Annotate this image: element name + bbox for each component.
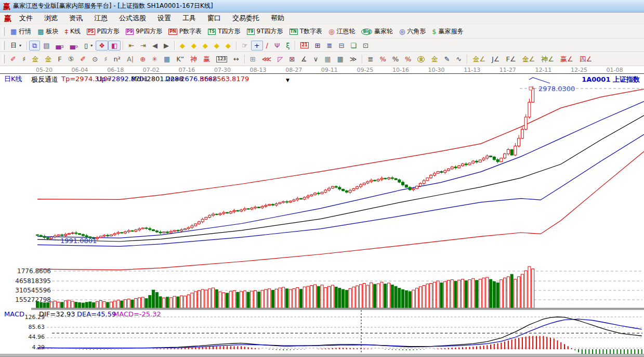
expand-marker-icon[interactable]: ▼: [286, 78, 290, 83]
parallel-lines-icon[interactable]: ≫: [347, 54, 360, 64]
sectors-button[interactable]: ▩板块: [34, 26, 61, 37]
grid-cells-icon[interactable]: ▦: [321, 54, 334, 64]
winner-wheel-button[interactable]: Big赢家轮: [358, 26, 396, 37]
p-number-button[interactable]: PNP数字表: [165, 26, 205, 37]
price-ladder-icon[interactable]: ≣: [364, 54, 376, 64]
a-line-icon[interactable]: A|: [124, 54, 137, 64]
t9-square-button[interactable]: T99T四方形: [244, 26, 286, 37]
info-list-icon[interactable]: ▤: [40, 41, 52, 50]
percent-levels-icon[interactable]: %: [402, 54, 414, 64]
menu-item-7[interactable]: 工具: [177, 12, 202, 24]
menu-item-3[interactable]: 资讯: [63, 12, 88, 24]
menu-item-9[interactable]: 交易委托: [227, 12, 265, 24]
gold-ladder2-icon[interactable]: 金: [42, 54, 55, 64]
gold-level-icon[interactable]: 金: [428, 54, 441, 64]
ying-angle-icon[interactable]: 赢∠: [557, 54, 576, 64]
percent-icon[interactable]: %: [389, 54, 402, 64]
red-knife-icon[interactable]: ✐: [77, 54, 89, 64]
ying-tool-icon[interactable]: 赢: [200, 54, 213, 64]
next-bar-icon[interactable]: ▶: [161, 41, 172, 50]
gold-angle-icon[interactable]: 金∠: [469, 54, 489, 64]
winner-service-button[interactable]: $赢家服务: [429, 26, 466, 37]
menu-item-4[interactable]: 江恩: [88, 12, 113, 24]
hand-drag-icon[interactable]: ☞: [239, 41, 251, 50]
prev-bar-icon[interactable]: ◀: [149, 41, 161, 50]
profile-chart-icon[interactable]: ◧: [108, 41, 121, 50]
h-measure-icon[interactable]: ↔: [230, 54, 242, 64]
minor3-cycle-icon[interactable]: ▄₃: [53, 41, 67, 50]
diamond-h-expand-icon[interactable]: ◆: [200, 41, 211, 50]
square-web-icon[interactable]: ▦: [161, 54, 173, 64]
percent-line-icon[interactable]: %: [376, 54, 389, 64]
quotes-button[interactable]: ▦行情: [7, 26, 34, 37]
toolbar-grip[interactable]: [2, 41, 5, 50]
shen-angle-icon[interactable]: 神∠: [538, 54, 557, 64]
diamond-expand-all-icon[interactable]: ◆: [222, 41, 234, 50]
knife-tool-icon[interactable]: ✐: [7, 54, 19, 64]
f-angle-icon[interactable]: F∠: [503, 54, 519, 64]
menu-item-2[interactable]: 浏览: [38, 12, 63, 24]
diamond-compress-icon[interactable]: ◆: [211, 41, 222, 50]
notes-icon[interactable]: ≣: [323, 41, 335, 50]
angle-rays-icon[interactable]: ∡: [298, 54, 310, 64]
zoom-pattern-icon[interactable]: ⧉: [29, 41, 40, 50]
menu-item-5[interactable]: 公式选股: [113, 12, 152, 24]
calendar-icon[interactable]: 21: [297, 41, 311, 50]
square-tool-icon[interactable]: ⊞: [247, 54, 259, 64]
candle-type-dropdown[interactable]: ▯▾: [81, 41, 96, 50]
fan-box-icon[interactable]: ◸: [274, 54, 286, 64]
kline-button[interactable]: ‡K线: [62, 26, 84, 37]
p9-square-button[interactable]: P99P四方形: [123, 26, 165, 37]
shen-tool-icon[interactable]: 神: [187, 54, 200, 64]
scale-ladder-icon[interactable]: ♯: [19, 54, 29, 64]
crosshair-icon[interactable]: +: [251, 41, 263, 50]
j-angle-icon[interactable]: J∠: [489, 54, 503, 64]
gold-angle2-icon[interactable]: 金∠: [519, 54, 538, 64]
period-label[interactable]: 日K线: [4, 74, 22, 84]
wave-v-icon[interactable]: ∨: [310, 54, 322, 64]
gold-circle-icon[interactable]: 金: [414, 55, 428, 64]
grid-cells2-icon[interactable]: ▦: [334, 54, 347, 64]
print-icon[interactable]: ⊡: [360, 41, 372, 50]
diamond-right-icon[interactable]: ◆: [188, 41, 200, 50]
toolbar-grip[interactable]: [2, 55, 5, 63]
export-web-icon[interactable]: ❏: [347, 41, 360, 50]
first-bar-icon[interactable]: ⇤: [125, 41, 137, 50]
symbol-label[interactable]: 1A0001 上证指数: [582, 75, 640, 84]
minor9-cycle-icon[interactable]: ▄₉: [67, 41, 81, 50]
menu-item-1[interactable]: 文件: [14, 12, 38, 24]
si-angle-icon[interactable]: 四∠: [576, 54, 596, 64]
gold-ladder-icon[interactable]: 金: [29, 54, 42, 64]
gann-knot-icon[interactable]: Ψ: [271, 41, 283, 50]
n2-icon[interactable]: n²: [110, 54, 123, 64]
spiral5-icon[interactable]: ⑤: [65, 54, 77, 64]
time-cycle-icon[interactable]: ⊙: [89, 54, 101, 64]
toolbar-grip[interactable]: [2, 27, 5, 36]
fan-lines-icon[interactable]: ⋘: [259, 54, 275, 64]
menu-item-6[interactable]: 设置: [152, 12, 177, 24]
last-bar-icon[interactable]: ⇥: [137, 41, 149, 50]
menu-item-10[interactable]: 帮助: [265, 12, 290, 24]
ladder2-icon[interactable]: ♯: [101, 54, 110, 64]
gann-wheel-button[interactable]: ◎江恩轮: [325, 26, 358, 37]
circle-cross-icon[interactable]: ⊕: [137, 54, 149, 64]
trend-line-icon[interactable]: ∕: [263, 41, 271, 50]
k-mark-icon[interactable]: K”: [173, 54, 187, 64]
ruler123-icon[interactable]: 123: [213, 55, 230, 64]
a-wave-icon[interactable]: ∿: [453, 54, 465, 64]
f-ladder-icon[interactable]: F: [55, 54, 64, 64]
save-icon[interactable]: ⊟: [335, 41, 347, 50]
star-web-icon[interactable]: ✳: [149, 54, 161, 64]
t-number-button[interactable]: TNT数字表: [286, 26, 326, 37]
hexagon-button[interactable]: ◎六角形: [396, 26, 429, 37]
menu-item-8[interactable]: 窗口: [202, 12, 227, 24]
seal-icon[interactable]: ❖: [96, 41, 108, 50]
net-box-icon[interactable]: ⊠: [286, 54, 298, 64]
ink-brush-icon[interactable]: ✎: [441, 54, 453, 64]
calculator-icon[interactable]: ⊞: [312, 41, 324, 50]
diamond-left-icon[interactable]: ◆: [177, 41, 188, 50]
spiral-knot-icon[interactable]: ξ: [283, 41, 293, 50]
t-square-button[interactable]: TST四方形: [205, 26, 244, 37]
period-day-dropdown[interactable]: 日▾: [7, 40, 24, 52]
p-square-button[interactable]: PSP四方形: [84, 26, 123, 37]
